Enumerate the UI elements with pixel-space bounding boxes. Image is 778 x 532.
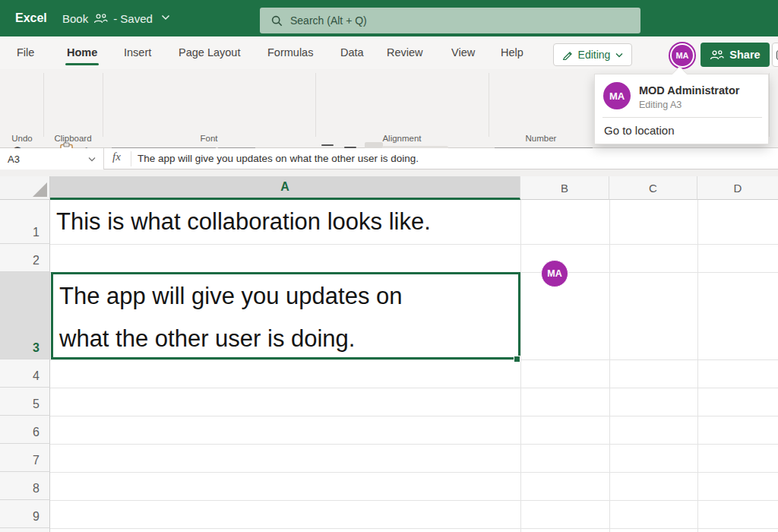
user-avatar-button[interactable]: MA [672, 45, 693, 66]
gridline [50, 500, 778, 501]
row-header-9[interactable]: 9 [0, 500, 50, 528]
group-divider [769, 73, 770, 137]
fill-handle[interactable] [514, 356, 520, 363]
comments-button[interactable] [772, 43, 778, 67]
title-chevron-down-icon[interactable] [161, 14, 170, 21]
tab-home[interactable]: Home [67, 36, 97, 69]
app-logo[interactable]: Excel [15, 0, 47, 36]
tab-data[interactable]: Data [340, 36, 364, 69]
popup-avatar: MA [603, 82, 631, 109]
group-divider [489, 73, 489, 137]
ribbon-grid-gap [0, 169, 778, 176]
share-label: Share [729, 49, 760, 61]
alignment-group-label: Alignment [315, 134, 489, 143]
tab-review[interactable]: Review [387, 36, 423, 69]
tab-help[interactable]: Help [501, 36, 523, 69]
column-header-d[interactable]: D [697, 176, 778, 200]
go-to-location-link[interactable]: Go to location [604, 124, 675, 137]
popup-divider [602, 117, 762, 118]
column-header-a[interactable]: A [50, 176, 520, 200]
search-placeholder: Search (Alt + Q) [290, 14, 367, 27]
row-header-3[interactable]: 3 [0, 272, 50, 359]
app-header: Excel Book - Saved Search (Alt + Q) [0, 0, 778, 36]
document-title[interactable]: Book - Saved [62, 0, 153, 36]
row-header-10-partial [0, 528, 50, 532]
search-icon [271, 15, 283, 27]
name-box-value: A3 [8, 154, 20, 165]
editing-mode-button[interactable]: Editing [553, 43, 632, 66]
row-header-8[interactable]: 8 [0, 472, 50, 500]
gridline [50, 472, 778, 473]
undo-group-label: Undo [2, 134, 43, 143]
popup-editing-status: Editing A3 [639, 100, 682, 110]
search-input[interactable]: Search (Alt + Q) [260, 8, 640, 33]
tab-view[interactable]: View [451, 36, 475, 69]
gridline [50, 528, 778, 529]
row-header-6[interactable]: 6 [0, 416, 50, 444]
select-all-corner[interactable] [0, 176, 50, 200]
row-header-2[interactable]: 2 [0, 244, 50, 272]
shared-people-icon [93, 14, 108, 24]
avatar-initials: MA [675, 51, 688, 60]
gridline [697, 200, 698, 532]
popup-user-name: MOD Administrator [639, 84, 739, 97]
share-people-icon [710, 50, 724, 60]
gridline [50, 444, 778, 445]
group-divider [43, 73, 44, 137]
row-header-1[interactable]: 1 [0, 200, 50, 244]
presence-initials: MA [547, 268, 561, 279]
row-header-7[interactable]: 7 [0, 444, 50, 472]
name-box[interactable]: A3 [0, 148, 104, 169]
cell-a1[interactable]: This is what collaboration looks like. [56, 200, 431, 244]
chevron-down-icon [615, 52, 623, 58]
gridline [50, 244, 778, 245]
ribbon-tab-row: File Home Insert Page Layout Formulas Da… [0, 36, 778, 69]
row-header-4[interactable]: 4 [0, 359, 50, 388]
gridline [520, 200, 521, 532]
collaborator-presence-avatar[interactable]: MA [541, 260, 568, 287]
formula-bar: A3 fx The app will give you updates on w… [0, 148, 778, 169]
gridline [609, 200, 610, 532]
tab-page-layout[interactable]: Page Layout [179, 36, 240, 69]
save-status: - Saved [113, 12, 153, 25]
gridline [50, 416, 778, 416]
clipboard-group-label: Clipboard [44, 134, 102, 143]
select-all-triangle-icon [33, 182, 47, 197]
column-header-b[interactable]: B [520, 176, 609, 200]
formula-divider [131, 151, 131, 166]
formula-input[interactable]: The app will give you updates on what th… [138, 148, 419, 169]
group-divider [103, 73, 103, 137]
tab-file[interactable]: File [17, 36, 34, 69]
cell-a3-text: The app will give you updates on what th… [59, 275, 403, 360]
document-name: Book [62, 12, 88, 25]
editing-label: Editing [578, 49, 611, 61]
tab-formulas[interactable]: Formulas [267, 36, 313, 69]
share-button[interactable]: Share [701, 43, 770, 67]
gridline [50, 388, 778, 388]
presence-popup: MA MOD Administrator Editing A3 Go to lo… [594, 74, 769, 144]
chevron-down-icon [88, 157, 96, 162]
spreadsheet-grid: A B C D 1 2 3 4 5 6 7 8 9 This is what c… [0, 176, 778, 532]
pencil-icon [562, 49, 573, 60]
popup-avatar-initials: MA [609, 90, 625, 102]
group-divider [315, 73, 316, 137]
number-group-label: Number [489, 134, 593, 143]
tab-insert[interactable]: Insert [124, 36, 151, 69]
font-group-label: Font [103, 134, 315, 143]
fx-icon[interactable]: fx [112, 150, 121, 163]
column-header-c[interactable]: C [609, 176, 697, 200]
cell-a3-selected[interactable]: The app will give you updates on what th… [51, 272, 520, 359]
row-header-5[interactable]: 5 [0, 388, 50, 416]
